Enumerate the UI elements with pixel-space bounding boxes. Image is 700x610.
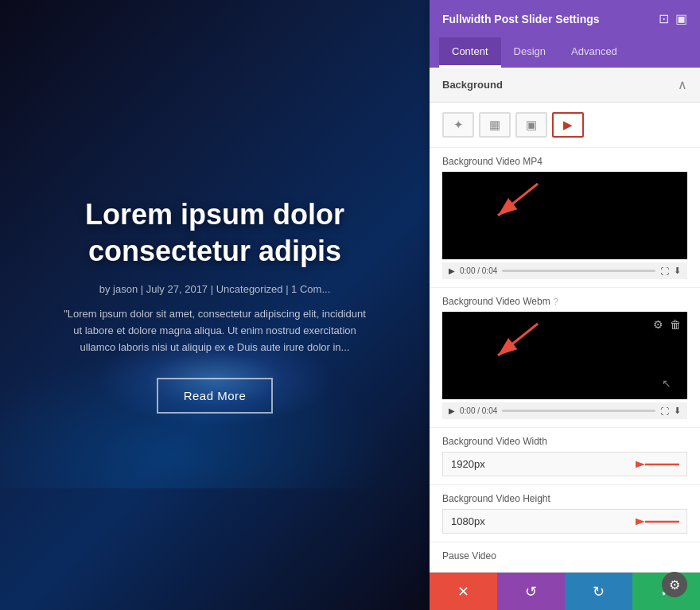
pause-video-label: Pause Video bbox=[442, 550, 687, 561]
pause-video-field: Pause Video NO bbox=[430, 542, 700, 572]
webm-help-icon[interactable]: ? bbox=[554, 297, 558, 306]
redo-button[interactable]: ↻ bbox=[565, 573, 632, 610]
hero-section: Lorem ipsum dolor consectetur adipis by … bbox=[0, 0, 430, 610]
webm-delete-icon[interactable]: 🗑 bbox=[670, 318, 681, 331]
height-label: Background Video Height bbox=[442, 493, 687, 504]
video-mp4-label: Background Video MP4 bbox=[442, 156, 687, 167]
video-webm-label: Background Video Webm ? bbox=[442, 296, 687, 307]
video-mp4-field: Background Video MP4 ▶ bbox=[430, 148, 700, 288]
reset-button[interactable]: ↺ bbox=[497, 573, 565, 610]
section-header: Background ∧ bbox=[430, 68, 700, 103]
panel-title: Fullwidth Post Slider Settings bbox=[442, 13, 600, 25]
cancel-button[interactable]: ✕ bbox=[430, 573, 497, 610]
panel-header: Fullwidth Post Slider Settings ⊡ ▣ bbox=[430, 0, 700, 37]
panel-actions: ✕ ↺ ↻ ✓ bbox=[430, 572, 700, 610]
mp4-time: 0:00 / 0:04 bbox=[460, 266, 497, 275]
panel-tabs: Content Design Advanced bbox=[430, 37, 700, 68]
bg-type-image-button[interactable]: ▣ bbox=[515, 112, 547, 138]
bottom-gear-button[interactable]: ⚙ bbox=[662, 572, 687, 597]
webm-settings-icon[interactable]: ⚙ bbox=[653, 318, 663, 331]
webm-play-button[interactable]: ▶ bbox=[449, 406, 455, 415]
mp4-download-icon[interactable]: ⬇ bbox=[674, 266, 681, 276]
width-field-group: Background Video Width bbox=[430, 428, 700, 485]
svg-line-1 bbox=[498, 184, 538, 216]
video-webm-player: ⚙ 🗑 ↖ bbox=[442, 312, 687, 399]
bg-type-row: ✦ ▦ ▣ ▶ bbox=[430, 103, 700, 148]
arrow-annotation-mp4 bbox=[482, 180, 546, 227]
height-field-group: Background Video Height bbox=[430, 485, 700, 542]
svg-line-3 bbox=[498, 324, 538, 356]
settings-panel: Fullwidth Post Slider Settings ⊡ ▣ Conte… bbox=[430, 0, 700, 610]
mp4-play-button[interactable]: ▶ bbox=[449, 266, 455, 275]
read-more-button[interactable]: Read More bbox=[157, 378, 274, 414]
collapse-icon[interactable]: ▣ bbox=[675, 11, 687, 26]
video-mp4-player bbox=[442, 172, 687, 259]
webm-overlay-icons: ⚙ 🗑 bbox=[653, 318, 681, 331]
video-webm-field: Background Video Webm ? ⚙ 🗑 bbox=[430, 288, 700, 428]
webm-fullscreen-icon[interactable]: ⛶ bbox=[660, 406, 669, 416]
gear-icon: ⚙ bbox=[669, 577, 680, 593]
width-arrow-annotation bbox=[636, 458, 679, 471]
arrow-annotation-webm bbox=[482, 320, 546, 367]
webm-download-icon[interactable]: ⬇ bbox=[674, 406, 681, 416]
section-title: Background bbox=[442, 79, 503, 91]
panel-body: Background ∧ ✦ ▦ ▣ ▶ Background Video MP… bbox=[430, 68, 700, 572]
mp4-ctrl-icons: ⛶ ⬇ bbox=[660, 266, 681, 276]
image-icon: ▣ bbox=[526, 118, 537, 132]
tab-content[interactable]: Content bbox=[439, 37, 501, 68]
bg-type-gradient-button[interactable]: ▦ bbox=[479, 112, 511, 138]
height-arrow-annotation bbox=[636, 515, 679, 528]
tab-advanced[interactable]: Advanced bbox=[558, 37, 630, 68]
section-collapse-icon[interactable]: ∧ bbox=[678, 77, 687, 92]
gradient-icon: ▦ bbox=[489, 118, 500, 132]
color-icon: ✦ bbox=[453, 118, 464, 132]
video-icon: ▶ bbox=[563, 118, 573, 132]
webm-time: 0:00 / 0:04 bbox=[460, 406, 497, 415]
video-webm-controls: ▶ 0:00 / 0:04 ⛶ ⬇ bbox=[442, 402, 687, 419]
webm-progress-bar[interactable] bbox=[502, 410, 655, 412]
hero-title: Lorem ipsum dolor consectetur adipis bbox=[0, 196, 430, 271]
cursor-indicator: ↖ bbox=[662, 377, 671, 390]
bg-type-color-button[interactable]: ✦ bbox=[442, 112, 474, 138]
tab-design[interactable]: Design bbox=[501, 37, 558, 68]
hero-meta: by jason | July 27, 2017 | Uncategorized… bbox=[99, 283, 331, 295]
mp4-fullscreen-icon[interactable]: ⛶ bbox=[660, 266, 669, 276]
webm-ctrl-icons: ⛶ ⬇ bbox=[660, 406, 681, 416]
panel-header-icons: ⊡ ▣ bbox=[659, 11, 687, 26]
hero-excerpt: "Lorem ipsum dolor sit amet, consectetur… bbox=[64, 306, 366, 356]
bg-type-video-button[interactable]: ▶ bbox=[552, 112, 584, 138]
pause-video-toggle-row: NO bbox=[442, 566, 687, 572]
mp4-progress-bar[interactable] bbox=[502, 270, 655, 272]
width-label: Background Video Width bbox=[442, 436, 687, 447]
resize-icon[interactable]: ⊡ bbox=[659, 11, 669, 26]
video-mp4-controls: ▶ 0:00 / 0:04 ⛶ ⬇ bbox=[442, 262, 687, 279]
